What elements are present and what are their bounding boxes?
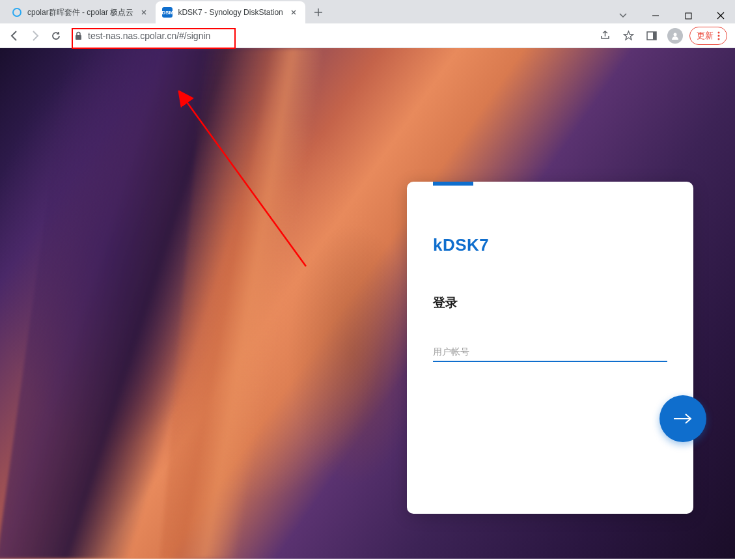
side-panel-icon[interactable] [643, 27, 661, 45]
svg-point-5 [674, 33, 677, 36]
browser-tab-dsm[interactable]: DSM kDSK7 - Synology DiskStation [156, 1, 305, 23]
username-input[interactable] [433, 343, 667, 362]
tab-title: cpolar群晖套件 - cpolar 极点云 [27, 7, 133, 18]
lock-icon [74, 31, 83, 40]
page-content: kDSK7 登录 [0, 48, 735, 559]
card-accent-bar [433, 182, 473, 186]
menu-dots-icon [717, 31, 720, 40]
tab-close-icon[interactable] [288, 7, 299, 18]
svg-point-6 [718, 31, 720, 33]
new-tab-button[interactable] [309, 3, 327, 21]
window-maximize[interactable] [679, 7, 697, 25]
window-minimize[interactable] [646, 7, 665, 25]
bookmark-star-icon[interactable] [619, 27, 637, 45]
update-button[interactable]: 更新 [689, 27, 727, 45]
arrow-right-icon [673, 412, 693, 425]
update-label: 更新 [697, 30, 714, 42]
tab-close-icon[interactable] [139, 7, 149, 18]
username-field-wrap [433, 343, 667, 362]
tab-favicon-dsm: DSM [162, 7, 173, 18]
nav-reload-button[interactable] [47, 27, 65, 45]
nav-back-button[interactable] [5, 27, 23, 45]
svg-rect-4 [653, 32, 656, 40]
window-dropdown[interactable] [614, 7, 632, 25]
nav-forward-button[interactable] [26, 27, 44, 45]
login-card: kDSK7 登录 [407, 182, 693, 514]
profile-icon[interactable] [666, 27, 684, 45]
svg-rect-1 [686, 13, 691, 19]
window-close[interactable] [712, 7, 730, 25]
next-button[interactable] [659, 395, 706, 442]
login-title: 登录 [433, 294, 667, 311]
url-text: test-nas.nas.cpolar.cn/#/signin [88, 31, 587, 41]
share-icon[interactable] [596, 27, 614, 45]
tab-title: kDSK7 - Synology DiskStation [178, 8, 283, 17]
tab-favicon-cpolar [12, 7, 22, 18]
browser-tab-cpolar[interactable]: cpolar群晖套件 - cpolar 极点云 [5, 1, 156, 23]
address-bar: test-nas.nas.cpolar.cn/#/signin 更新 [0, 23, 735, 48]
url-field[interactable]: test-nas.nas.cpolar.cn/#/signin [68, 27, 593, 45]
svg-rect-2 [76, 35, 81, 40]
brand-title: kDSK7 [433, 235, 667, 255]
svg-point-8 [718, 38, 720, 40]
svg-point-7 [718, 35, 720, 36]
